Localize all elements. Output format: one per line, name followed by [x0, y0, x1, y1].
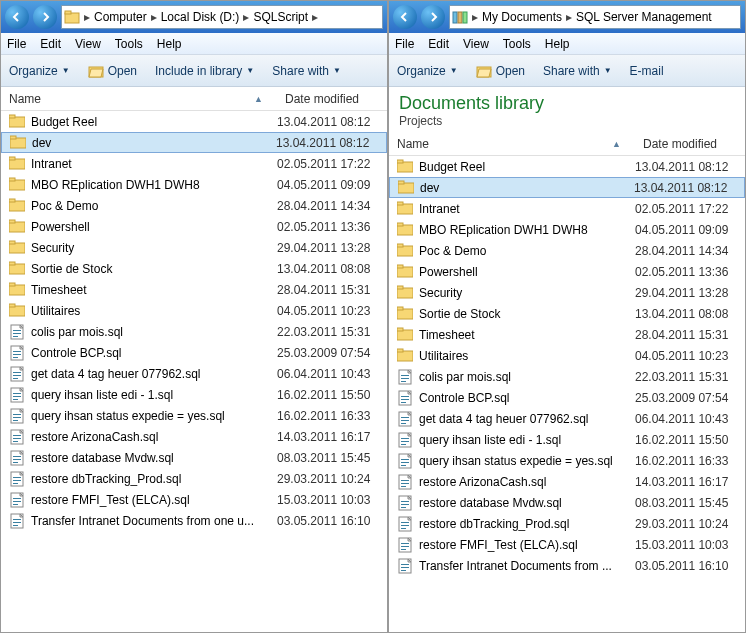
- folder-icon: [9, 219, 25, 235]
- file-row[interactable]: Security29.04.2011 13:28: [389, 282, 745, 303]
- file-name: Security: [31, 241, 277, 255]
- menu-view[interactable]: View: [75, 37, 101, 51]
- breadcrumb-segment[interactable]: My Documents: [480, 10, 564, 24]
- file-row[interactable]: Controle BCP.sql25.03.2009 07:54: [389, 387, 745, 408]
- file-date: 22.03.2011 15:31: [635, 370, 745, 384]
- svg-rect-94: [401, 402, 406, 403]
- file-row[interactable]: Intranet02.05.2011 17:22: [1, 153, 387, 174]
- file-row[interactable]: MBO REplication DWH1 DWH804.05.2011 09:0…: [1, 174, 387, 195]
- file-row[interactable]: Utilitaires04.05.2011 10:23: [389, 345, 745, 366]
- menu-help[interactable]: Help: [545, 37, 570, 51]
- file-row[interactable]: restore FMFI_Test (ELCA).sql15.03.2011 1…: [389, 534, 745, 555]
- menu-file[interactable]: File: [395, 37, 414, 51]
- file-row[interactable]: restore dbTracking_Prod.sql29.03.2011 10…: [389, 513, 745, 534]
- chevron-right-icon[interactable]: ▸: [310, 10, 320, 24]
- menu-tools[interactable]: Tools: [115, 37, 143, 51]
- file-row[interactable]: Transfer Intranet Documents from ...03.0…: [389, 555, 745, 576]
- forward-button[interactable]: [33, 5, 57, 29]
- include-library-button[interactable]: Include in library▼: [155, 64, 254, 78]
- breadcrumb[interactable]: ▸ My Documents ▸ SQL Server Management: [449, 5, 741, 29]
- file-row[interactable]: restore database Mvdw.sql08.03.2011 15:4…: [389, 492, 745, 513]
- file-row[interactable]: Timesheet28.04.2011 15:31: [389, 324, 745, 345]
- file-row[interactable]: query ihsan status expedie = yes.sql16.0…: [1, 405, 387, 426]
- file-row[interactable]: Poc & Demo28.04.2011 14:34: [389, 240, 745, 261]
- folder-icon: [10, 135, 26, 151]
- file-row[interactable]: Timesheet28.04.2011 15:31: [1, 279, 387, 300]
- svg-rect-108: [401, 480, 409, 481]
- file-row[interactable]: colis par mois.sql22.03.2011 15:31: [1, 321, 387, 342]
- menu-view[interactable]: View: [463, 37, 489, 51]
- file-row[interactable]: query ihsan status expedie = yes.sql16.0…: [389, 450, 745, 471]
- share-with-button[interactable]: Share with▼: [272, 64, 341, 78]
- chevron-right-icon[interactable]: ▸: [82, 10, 92, 24]
- column-name[interactable]: Name▲: [1, 92, 277, 106]
- file-name: Poc & Demo: [419, 244, 635, 258]
- organize-button[interactable]: Organize▼: [9, 64, 70, 78]
- breadcrumb-segment[interactable]: SQLScript: [251, 10, 310, 24]
- sql-file-icon: [9, 492, 25, 508]
- file-row[interactable]: Powershell02.05.2011 13:36: [1, 216, 387, 237]
- file-row[interactable]: query ihsan liste edi - 1.sql16.02.2011 …: [389, 429, 745, 450]
- file-row[interactable]: Sortie de Stock13.04.2011 08:08: [1, 258, 387, 279]
- back-button[interactable]: [393, 5, 417, 29]
- file-row[interactable]: Transfer Intranet Documents from one u..…: [1, 510, 387, 531]
- file-name: Timesheet: [31, 283, 277, 297]
- breadcrumb-segment[interactable]: Local Disk (D:): [159, 10, 242, 24]
- back-button[interactable]: [5, 5, 29, 29]
- forward-button[interactable]: [421, 5, 445, 29]
- menu-help[interactable]: Help: [157, 37, 182, 51]
- chevron-right-icon[interactable]: ▸: [241, 10, 251, 24]
- chevron-right-icon[interactable]: ▸: [149, 10, 159, 24]
- open-label: Open: [108, 64, 137, 78]
- file-row[interactable]: dev13.04.2011 08:12: [1, 132, 387, 153]
- file-row[interactable]: dev13.04.2011 08:12: [389, 177, 745, 198]
- file-row[interactable]: Budget Reel13.04.2011 08:12: [1, 111, 387, 132]
- file-list[interactable]: Budget Reel13.04.2011 08:12dev13.04.2011…: [389, 156, 745, 632]
- file-row[interactable]: Sortie de Stock13.04.2011 08:08: [389, 303, 745, 324]
- menu-edit[interactable]: Edit: [428, 37, 449, 51]
- breadcrumb[interactable]: ▸ Computer ▸ Local Disk (D:) ▸ SQLScript…: [61, 5, 383, 29]
- file-row[interactable]: Powershell02.05.2011 13:36: [389, 261, 745, 282]
- breadcrumb-segment[interactable]: SQL Server Management: [574, 10, 714, 24]
- file-row[interactable]: restore ArizonaCash.sql14.03.2011 16:17: [389, 471, 745, 492]
- file-list[interactable]: Budget Reel13.04.2011 08:12dev13.04.2011…: [1, 111, 387, 632]
- file-name: restore ArizonaCash.sql: [419, 475, 635, 489]
- file-row[interactable]: Security29.04.2011 13:28: [1, 237, 387, 258]
- library-icon: [450, 10, 470, 24]
- file-row[interactable]: query ihsan liste edi - 1.sql16.02.2011 …: [1, 384, 387, 405]
- file-row[interactable]: Budget Reel13.04.2011 08:12: [389, 156, 745, 177]
- open-button[interactable]: Open: [88, 64, 137, 78]
- file-row[interactable]: colis par mois.sql22.03.2011 15:31: [389, 366, 745, 387]
- open-button[interactable]: Open: [476, 64, 525, 78]
- column-date[interactable]: Date modified: [277, 92, 387, 106]
- svg-rect-64: [458, 12, 462, 23]
- svg-rect-110: [401, 486, 406, 487]
- file-name: Controle BCP.sql: [419, 391, 635, 405]
- organize-button[interactable]: Organize▼: [397, 64, 458, 78]
- file-row[interactable]: Utilitaires04.05.2011 10:23: [1, 300, 387, 321]
- share-with-button[interactable]: Share with▼: [543, 64, 612, 78]
- file-row[interactable]: get data 4 tag heuer 077962.sql06.04.201…: [389, 408, 745, 429]
- chevron-right-icon[interactable]: ▸: [470, 10, 480, 24]
- svg-rect-60: [13, 519, 21, 520]
- file-row[interactable]: Intranet02.05.2011 17:22: [389, 198, 745, 219]
- file-row[interactable]: restore dbTracking_Prod.sql29.03.2011 10…: [1, 468, 387, 489]
- svg-rect-28: [13, 351, 21, 352]
- column-name[interactable]: Name▲: [389, 137, 635, 151]
- email-button[interactable]: E-mail: [630, 64, 664, 78]
- column-date[interactable]: Date modified: [635, 137, 745, 151]
- file-row[interactable]: restore FMFI_Test (ELCA).sql15.03.2011 1…: [1, 489, 387, 510]
- file-row[interactable]: restore database Mvdw.sql08.03.2011 15:4…: [1, 447, 387, 468]
- file-row[interactable]: restore ArizonaCash.sql14.03.2011 16:17: [1, 426, 387, 447]
- file-row[interactable]: MBO REplication DWH1 DWH804.05.2011 09:0…: [389, 219, 745, 240]
- file-row[interactable]: get data 4 tag heuer 077962.sql06.04.201…: [1, 363, 387, 384]
- file-row[interactable]: Controle BCP.sql25.03.2009 07:54: [1, 342, 387, 363]
- menu-tools[interactable]: Tools: [503, 37, 531, 51]
- menu-file[interactable]: File: [7, 37, 26, 51]
- menu-edit[interactable]: Edit: [40, 37, 61, 51]
- breadcrumb-segment[interactable]: Computer: [92, 10, 149, 24]
- file-date: 02.05.2011 17:22: [635, 202, 745, 216]
- file-row[interactable]: Poc & Demo28.04.2011 14:34: [1, 195, 387, 216]
- chevron-right-icon[interactable]: ▸: [564, 10, 574, 24]
- sql-file-icon: [9, 450, 25, 466]
